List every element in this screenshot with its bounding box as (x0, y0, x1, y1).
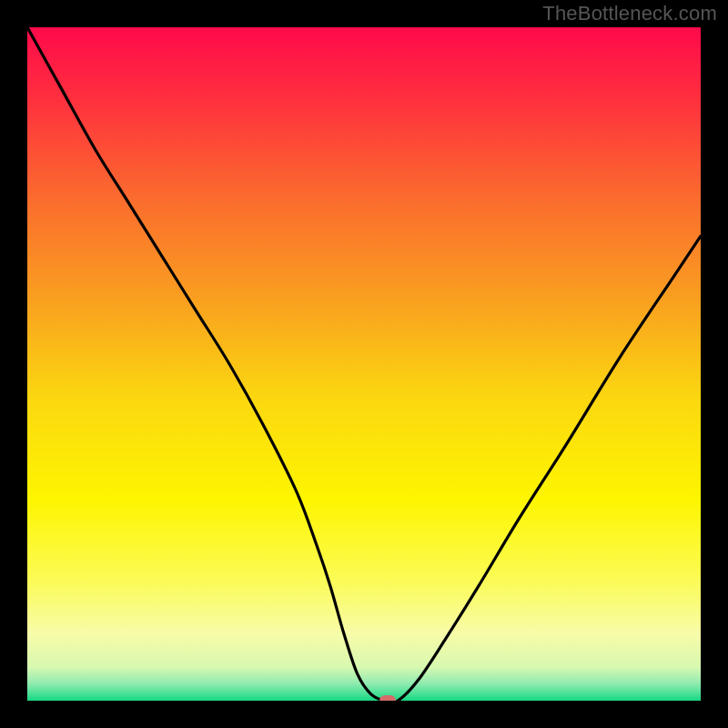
watermark-text: TheBottleneck.com (542, 2, 717, 25)
chart-svg (27, 27, 701, 701)
chart-frame: TheBottleneck.com (0, 0, 728, 728)
optimal-marker (379, 695, 396, 701)
chart-background (27, 27, 701, 701)
plot-area (27, 27, 701, 701)
